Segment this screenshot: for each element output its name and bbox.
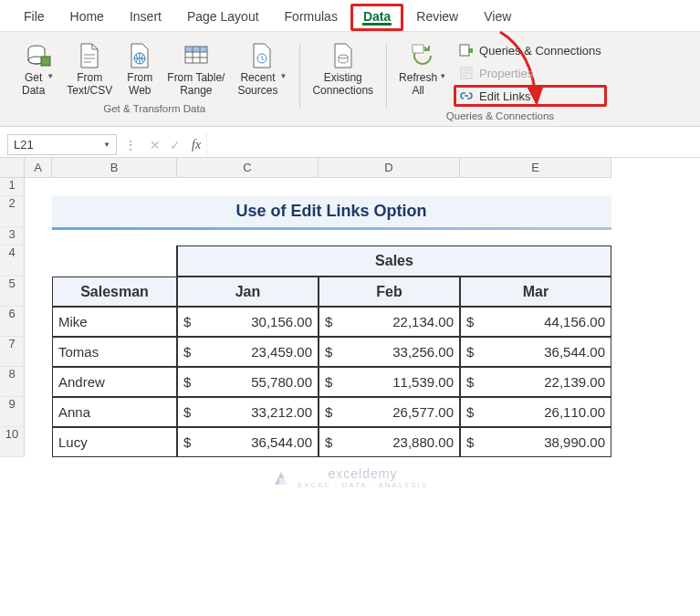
row-header[interactable]: 8 [0,367,25,397]
col-header[interactable]: E [460,158,611,178]
table-row: Mike$30,156.00$22,134.00$44,156.00 [25,307,700,337]
currency-symbol: $ [466,314,474,329]
money-cell[interactable]: $38,990.00 [460,427,611,457]
currency-symbol: $ [183,434,191,450]
queries-connections-button[interactable]: Queries & Connections [454,39,607,61]
salesman-cell[interactable]: Lucy [52,427,177,457]
formula-input[interactable] [206,132,700,157]
money-value: 36,544.00 [544,344,605,360]
select-all-corner[interactable] [0,158,25,178]
currency-symbol: $ [325,374,332,390]
row-header[interactable]: 9 [0,397,25,427]
money-cell[interactable]: $36,544.00 [460,337,611,367]
salesman-header[interactable]: Salesman [52,277,177,307]
from-table-range-button[interactable]: From Table/ Range [162,39,230,99]
money-value: 23,880.00 [392,434,454,450]
money-cell[interactable]: $30,156.00 [177,307,319,337]
money-cell[interactable]: $33,212.00 [177,397,319,427]
svg-rect-10 [468,48,473,53]
money-cell[interactable]: $23,459.00 [177,337,319,367]
currency-symbol: $ [325,344,332,360]
row-header[interactable]: 4 [0,245,25,277]
edit-links-button[interactable]: Edit Links [454,85,607,107]
fx-label[interactable]: fx [186,132,206,157]
svg-rect-8 [413,45,423,53]
row-header[interactable]: 7 [0,337,25,367]
properties-button: Properties [454,62,607,84]
sheet-title[interactable]: Use of Edit Links Option [52,196,611,227]
col-header[interactable]: C [177,158,319,178]
table-row: Anna$33,212.00$26,577.00$26,110.00 [25,397,700,427]
salesman-cell[interactable]: Andrew [52,367,177,397]
namebox-caret-icon: ▼ [103,141,110,149]
from-text-csv-button[interactable]: From Text/CSV [61,39,118,99]
salesman-cell[interactable]: Anna [52,397,177,427]
group-queries-connections: Refresh All▼ Queries & Connections Prope… [386,39,614,124]
get-data-button[interactable]: Get Data▼ [16,39,59,99]
col-header[interactable]: D [319,158,460,178]
enter-icon: ✓ [170,138,181,152]
currency-symbol: $ [325,404,332,420]
money-cell[interactable]: $26,577.00 [319,397,460,427]
sales-header[interactable]: Sales [177,245,611,277]
svg-rect-9 [460,45,469,56]
cancel-icon: ✕ [150,138,161,152]
money-cell[interactable]: $11,539.00 [319,367,460,397]
row-header[interactable]: 6 [0,307,25,337]
title-underline [52,227,611,230]
tab-home[interactable]: Home [57,4,117,31]
existing-connections-button[interactable]: Existing Connections [307,39,379,99]
existing-connections-icon [329,41,358,70]
currency-symbol: $ [183,314,191,329]
refresh-all-button[interactable]: Refresh All▼ [393,39,452,99]
from-web-button[interactable]: From Web [120,39,160,99]
refresh-icon [408,41,437,70]
row-header[interactable]: 1 [0,178,25,196]
money-value: 23,459.00 [251,344,312,360]
row-header[interactable]: 3 [0,227,25,245]
money-value: 33,212.00 [251,404,312,420]
money-cell[interactable]: $26,110.00 [460,397,611,427]
tab-insert[interactable]: Insert [117,4,174,31]
tab-review[interactable]: Review [403,4,471,31]
tab-formulas[interactable]: Formulas [272,4,350,31]
money-cell[interactable]: $36,544.00 [177,427,319,457]
money-value: 11,539.00 [392,374,454,390]
money-value: 38,990.00 [544,434,605,450]
group-label-queries: Queries & Connections [393,110,607,124]
name-box[interactable]: L21 ▼ [7,134,117,155]
row-header[interactable]: 5 [0,277,25,307]
currency-symbol: $ [466,344,474,360]
tab-data[interactable]: Data [350,4,403,31]
money-cell[interactable]: $44,156.00 [460,307,611,337]
tab-file[interactable]: File [11,4,57,31]
text-csv-icon [75,41,104,70]
month-header-feb[interactable]: Feb [319,277,460,307]
salesman-cell[interactable]: Tomas [52,337,177,367]
money-cell[interactable]: $55,780.00 [177,367,319,397]
money-value: 22,134.00 [392,314,454,329]
currency-symbol: $ [183,344,191,360]
money-cell[interactable]: $22,139.00 [460,367,611,397]
money-cell[interactable]: $23,880.00 [319,427,460,457]
col-header[interactable]: B [52,158,177,178]
recent-sources-button[interactable]: Recent Sources▼ [232,39,292,99]
tab-view[interactable]: View [471,4,524,31]
currency-symbol: $ [325,314,332,329]
row-header[interactable]: 10 [0,427,25,457]
money-value: 55,780.00 [251,374,312,390]
money-value: 36,544.00 [251,434,312,450]
month-header-mar[interactable]: Mar [460,277,611,307]
get-data-icon [24,41,53,70]
currency-symbol: $ [466,434,474,450]
money-value: 26,110.00 [544,404,605,420]
formula-bar: L21 ▼ ⋮ ✕ ✓ fx [0,132,700,158]
col-header[interactable]: A [25,158,52,178]
salesman-cell[interactable]: Mike [52,307,177,337]
money-cell[interactable]: $33,256.00 [319,337,460,367]
row-header[interactable]: 2 [0,196,25,227]
money-value: 22,139.00 [544,374,605,390]
tab-page-layout[interactable]: Page Layout [174,4,272,31]
money-cell[interactable]: $22,134.00 [319,307,460,337]
month-header-jan[interactable]: Jan [177,277,319,307]
